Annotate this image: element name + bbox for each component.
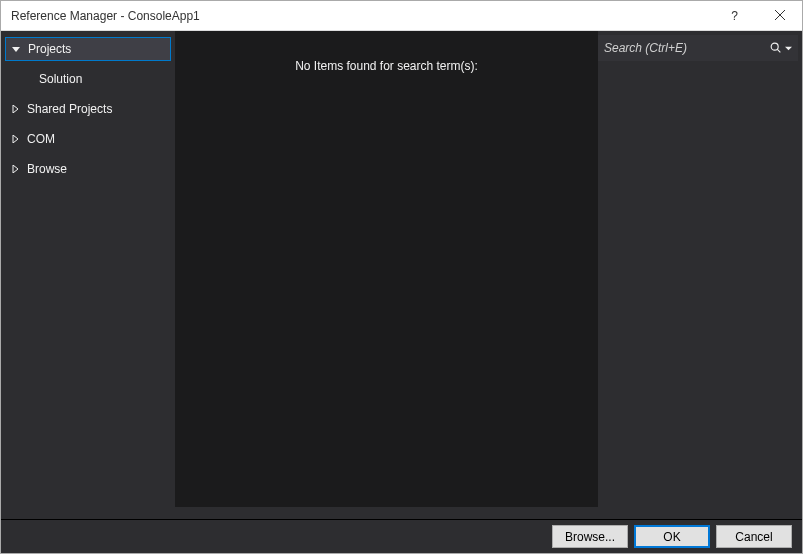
ok-button[interactable]: OK <box>634 525 710 548</box>
main-area: Projects Solution Shared Projects COM <box>1 31 802 519</box>
sidebar-item-shared-projects[interactable]: Shared Projects <box>5 97 171 121</box>
window-title: Reference Manager - ConsoleApp1 <box>11 9 712 23</box>
reference-manager-window: Reference Manager - ConsoleApp1 ? Projec… <box>0 0 803 554</box>
help-icon: ? <box>731 9 738 23</box>
svg-line-3 <box>777 49 780 52</box>
help-button[interactable]: ? <box>712 1 757 31</box>
footer: Browse... OK Cancel <box>1 519 802 553</box>
cancel-button[interactable]: Cancel <box>716 525 792 548</box>
sidebar: Projects Solution Shared Projects COM <box>1 31 175 519</box>
expand-right-icon <box>9 103 21 115</box>
search-icon[interactable] <box>763 41 783 55</box>
titlebar[interactable]: Reference Manager - ConsoleApp1 ? <box>1 1 802 31</box>
close-button[interactable] <box>757 1 802 31</box>
expand-down-icon <box>10 43 22 55</box>
sidebar-item-label: Projects <box>28 42 71 56</box>
sidebar-item-projects[interactable]: Projects <box>5 37 171 61</box>
sidebar-item-label: COM <box>27 132 55 146</box>
sidebar-item-browse[interactable]: Browse <box>5 157 171 181</box>
expand-right-icon <box>9 133 21 145</box>
search-input[interactable] <box>604 41 763 55</box>
close-icon <box>775 9 785 23</box>
dropdown-icon[interactable] <box>785 41 792 55</box>
sidebar-item-solution[interactable]: Solution <box>5 67 171 91</box>
main-panel: No Items found for search term(s): <box>175 31 802 519</box>
search-bar[interactable] <box>598 35 798 61</box>
svg-point-2 <box>771 43 778 50</box>
browse-button[interactable]: Browse... <box>552 525 628 548</box>
window-body: Projects Solution Shared Projects COM <box>1 31 802 553</box>
sidebar-item-label: Shared Projects <box>27 102 112 116</box>
content-area: No Items found for search term(s): <box>175 31 598 507</box>
empty-message: No Items found for search term(s): <box>295 59 478 507</box>
expand-right-icon <box>9 163 21 175</box>
sidebar-item-label: Browse <box>27 162 67 176</box>
sidebar-item-com[interactable]: COM <box>5 127 171 151</box>
sidebar-item-label: Solution <box>39 72 82 86</box>
